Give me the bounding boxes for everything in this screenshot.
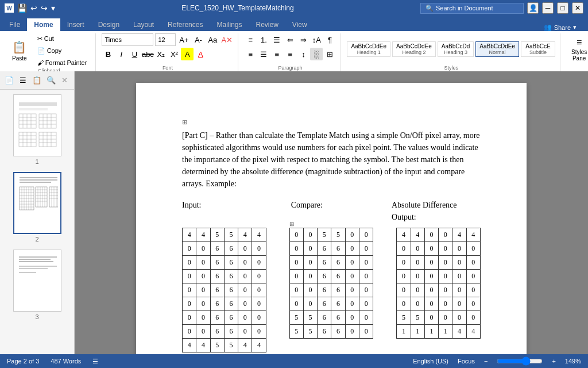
page-1-thumbnail[interactable] [13, 94, 61, 156]
search-box[interactable]: 🔍 Search in Document [420, 3, 524, 14]
table-cell: 0 [424, 310, 438, 324]
table-cell: 6 [224, 255, 238, 269]
table-cell: 0 [289, 255, 303, 269]
bold-button[interactable]: B [102, 48, 114, 60]
format-painter-button[interactable]: 🖌 Format Painter [33, 57, 91, 68]
style-heading2[interactable]: AaBbCcDdEe Heading 2 [392, 41, 436, 57]
line-spacing-button[interactable]: ↕ [297, 48, 310, 60]
tab-view[interactable]: View [285, 18, 314, 31]
table-cell: 6 [210, 324, 224, 338]
table-cell: 0 [196, 269, 210, 283]
tab-design[interactable]: Design [91, 18, 126, 31]
tab-home[interactable]: Home [27, 18, 60, 31]
table-cell: 1 [397, 324, 411, 338]
strikethrough-button[interactable]: abc [141, 48, 154, 60]
style-normal[interactable]: AaBbCcDdEe Normal [475, 41, 519, 57]
bullets-button[interactable]: ≡ [244, 33, 257, 46]
tab-mailings[interactable]: Mailings [210, 18, 249, 31]
superscript-button[interactable]: X² [168, 48, 180, 60]
table-cell: 6 [210, 283, 224, 297]
shading-button[interactable]: ░ [310, 48, 323, 60]
sidebar-new-page-button[interactable]: 📄 [3, 74, 16, 87]
save-button[interactable]: 💾 [17, 3, 27, 13]
zoom-in-button[interactable]: + [552, 358, 555, 365]
table-cell: 6 [210, 269, 224, 283]
abs-diff-table: 4400440000000000000000000000000000005500… [396, 228, 481, 339]
increase-font-button[interactable]: A+ [177, 33, 190, 46]
table-cell: 0 [345, 297, 359, 310]
styles-pane-button[interactable]: ≡ Styles Pane [566, 33, 588, 66]
table-cell: 5 [289, 324, 303, 338]
change-case-button[interactable]: Aa [206, 33, 219, 46]
table-cell: 0 [424, 241, 438, 255]
styles-pane-group: ≡ Styles Pane [562, 33, 588, 72]
table-cell: 0 [252, 297, 266, 310]
focus-button[interactable]: Focus [458, 358, 475, 365]
svg-rect-70 [19, 266, 57, 267]
increase-indent-button[interactable]: ⇒ [297, 33, 310, 46]
align-left-button[interactable]: ≡ [244, 48, 257, 60]
language: English (US) [413, 358, 448, 365]
tab-insert[interactable]: Insert [60, 18, 91, 31]
align-center-button[interactable]: ☰ [257, 48, 270, 60]
cut-button[interactable]: ✂ Cut [33, 33, 91, 44]
justify-button[interactable]: ≡ [284, 48, 296, 60]
table-cell: 4 [411, 228, 424, 241]
copy-button[interactable]: 📄 Copy [33, 45, 91, 56]
italic-button[interactable]: I [115, 48, 127, 60]
align-right-button[interactable]: ≡ [270, 48, 283, 60]
sort-button[interactable]: ↕A [310, 33, 323, 46]
redo-button[interactable]: ↪ [41, 3, 48, 13]
tab-review[interactable]: Review [249, 18, 285, 31]
borders-button[interactable]: ⊞ [323, 48, 336, 60]
table-cell: 0 [238, 310, 252, 324]
abs-diff-table-section: 4400440000000000000000000000000000005500… [396, 228, 481, 339]
sidebar-search-button[interactable]: 🔍 [45, 74, 57, 87]
account-button[interactable]: 👤 [527, 2, 539, 14]
numbering-button[interactable]: 1. [257, 33, 270, 46]
tab-layout[interactable]: Layout [126, 18, 161, 31]
subscript-button[interactable]: X₂ [154, 48, 167, 60]
page-3-thumbnail[interactable] [13, 250, 61, 312]
page-2-thumb-container: 2 [2, 172, 72, 243]
style-heading1[interactable]: AaBbCcDdEe Heading 1 [347, 41, 390, 57]
tab-file[interactable]: File [2, 18, 27, 31]
table-cell: 5 [210, 228, 224, 241]
table-cell: 6 [224, 297, 238, 310]
sidebar-outline-button[interactable]: 📋 [30, 74, 43, 87]
font-name-input[interactable] [102, 33, 153, 46]
share-button[interactable]: 👥 Share ▾ [537, 24, 583, 31]
show-formatting-button[interactable]: ¶ [323, 33, 336, 46]
minimize-button[interactable]: ─ [542, 2, 554, 14]
table-cell: 6 [318, 255, 331, 269]
zoom-slider[interactable] [497, 356, 543, 366]
maximize-button[interactable]: □ [557, 2, 568, 14]
customize-qa-button[interactable]: ▾ [51, 3, 55, 13]
input-label: Input: [182, 201, 201, 209]
table-cell: 6 [318, 324, 331, 338]
close-button[interactable]: ✕ [572, 2, 583, 14]
table-cell: 4 [196, 228, 210, 241]
sidebar-close-button[interactable]: ✕ [59, 74, 71, 87]
paste-button[interactable]: 📋 Paste [7, 34, 32, 67]
font-size-input[interactable] [155, 33, 176, 46]
table-cell: 6 [210, 255, 224, 269]
decrease-indent-button[interactable]: ⇐ [284, 33, 296, 46]
font-color-button[interactable]: A [194, 48, 207, 60]
tab-references[interactable]: References [161, 18, 210, 31]
table-cell: 0 [345, 228, 359, 241]
text-highlight-button[interactable]: A [181, 48, 194, 60]
sidebar-list-view-button[interactable]: ☰ [17, 74, 29, 87]
decrease-font-button[interactable]: A- [192, 33, 204, 46]
font-group: A+ A- Aa A✕ B I U abc X₂ X² A A Font [97, 33, 238, 72]
style-heading3[interactable]: AaBbCcDd Heading 3 [438, 41, 474, 57]
page-2-thumbnail[interactable] [13, 172, 61, 234]
zoom-out-button[interactable]: − [484, 358, 488, 365]
style-subtitle[interactable]: AaBbCcE Subtitle [521, 41, 555, 57]
clipboard-controls: 📋 Paste ✂ Cut 📄 Copy 🖌 Format Painter [7, 33, 91, 68]
underline-button[interactable]: U [128, 48, 141, 60]
share-chevron-icon: ▾ [573, 24, 577, 31]
undo-button[interactable]: ↩ [30, 3, 37, 13]
clear-format-button[interactable]: A✕ [220, 33, 233, 46]
multilevel-list-button[interactable]: ☰ [270, 33, 283, 46]
